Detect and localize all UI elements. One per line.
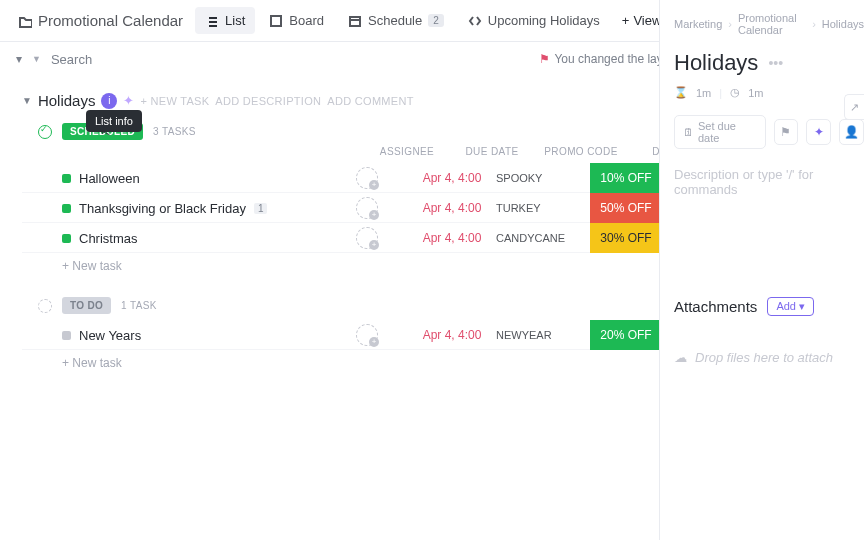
- board-icon: [269, 14, 283, 28]
- ai-button[interactable]: ✦: [806, 119, 831, 145]
- folder-title[interactable]: Promotional Calendar: [10, 8, 191, 33]
- status-square[interactable]: [62, 234, 71, 243]
- calendar-icon: [348, 14, 362, 28]
- task-name[interactable]: New Years: [79, 328, 141, 343]
- flag-button[interactable]: ⚑: [774, 119, 799, 145]
- due-date[interactable]: Apr 4, 4:00: [412, 171, 492, 185]
- assignee-button[interactable]: 👤: [839, 119, 864, 145]
- hourglass-icon: ⌛: [674, 86, 688, 99]
- svg-rect-0: [271, 16, 281, 26]
- status-circle[interactable]: [38, 125, 52, 139]
- collapse-caret[interactable]: ▼: [22, 95, 32, 106]
- warn-icon: ⚑: [539, 52, 550, 66]
- deal-value[interactable]: 10% OFF: [590, 163, 662, 193]
- filter-icon[interactable]: ▾: [16, 52, 22, 66]
- deal-value[interactable]: 50% OFF: [590, 193, 662, 223]
- assignee-add[interactable]: [356, 324, 378, 346]
- add-description[interactable]: ADD DESCRIPTION: [215, 95, 321, 107]
- calendar-icon: 🗓: [683, 126, 694, 138]
- status-chip[interactable]: TO DO: [62, 297, 111, 314]
- promo-code[interactable]: CANDYCANE: [492, 232, 590, 244]
- set-due-date[interactable]: 🗓Set due date: [674, 115, 766, 149]
- promo-code[interactable]: TURKEY: [492, 202, 590, 214]
- status-square[interactable]: [62, 331, 71, 340]
- tab-list[interactable]: List: [195, 7, 255, 34]
- plus-icon: +: [622, 13, 630, 28]
- share-button[interactable]: ↗: [844, 94, 864, 120]
- assignee-add[interactable]: [356, 167, 378, 189]
- deal-value[interactable]: 30% OFF: [590, 223, 662, 253]
- detail-panel: Marketing› Promotional Calendar› Holiday…: [659, 0, 864, 540]
- dropzone[interactable]: ☁ Drop files here to attach: [674, 350, 864, 365]
- add-attachment[interactable]: Add ▾: [767, 297, 814, 316]
- due-date[interactable]: Apr 4, 4:00: [412, 328, 492, 342]
- task-count: 1 TASK: [121, 300, 157, 311]
- deal-value[interactable]: 20% OFF: [590, 320, 662, 350]
- new-task-button[interactable]: + NEW TASK: [140, 95, 209, 107]
- tab-upcoming[interactable]: Upcoming Holidays: [458, 7, 610, 34]
- status-square[interactable]: [62, 174, 71, 183]
- task-name[interactable]: Christmas: [79, 231, 138, 246]
- subtask-badge[interactable]: 1: [254, 203, 268, 214]
- assignee-add[interactable]: [356, 197, 378, 219]
- panel-title[interactable]: Holidays: [674, 50, 758, 76]
- clock-icon: ◷: [730, 86, 740, 99]
- add-comment[interactable]: ADD COMMENT: [327, 95, 413, 107]
- tab-board[interactable]: Board: [259, 7, 334, 34]
- panel-more[interactable]: •••: [768, 55, 783, 71]
- due-date[interactable]: Apr 4, 4:00: [412, 231, 492, 245]
- search-input[interactable]: Search: [51, 52, 92, 67]
- svg-rect-1: [350, 17, 360, 26]
- task-count: 3 TASKS: [153, 126, 196, 137]
- tab-schedule[interactable]: Schedule 2: [338, 7, 454, 34]
- task-name[interactable]: Thanksgiving or Black Friday: [79, 201, 246, 216]
- status-square[interactable]: [62, 204, 71, 213]
- list-icon: [205, 14, 219, 28]
- info-icon[interactable]: i: [101, 93, 117, 109]
- upload-icon: ☁: [674, 350, 687, 365]
- status-circle[interactable]: [38, 299, 52, 313]
- embed-icon: [468, 14, 482, 28]
- folder-label: Promotional Calendar: [38, 12, 183, 29]
- folder-icon: [18, 14, 32, 28]
- list-title[interactable]: Holidays: [38, 92, 96, 109]
- assignee-add[interactable]: [356, 227, 378, 249]
- tooltip: List info: [86, 110, 142, 132]
- filter-caret[interactable]: ▼: [32, 54, 41, 64]
- attachments-heading: Attachments: [674, 298, 757, 315]
- breadcrumb[interactable]: Marketing› Promotional Calendar› Holiday…: [674, 12, 864, 36]
- due-date[interactable]: Apr 4, 4:00: [412, 201, 492, 215]
- promo-code[interactable]: NEWYEAR: [492, 329, 590, 341]
- promo-code[interactable]: SPOOKY: [492, 172, 590, 184]
- ai-icon[interactable]: ✦: [123, 93, 134, 108]
- tab-badge: 2: [428, 14, 444, 27]
- task-name[interactable]: Halloween: [79, 171, 140, 186]
- description-input[interactable]: Description or type '/' for commands: [674, 167, 864, 197]
